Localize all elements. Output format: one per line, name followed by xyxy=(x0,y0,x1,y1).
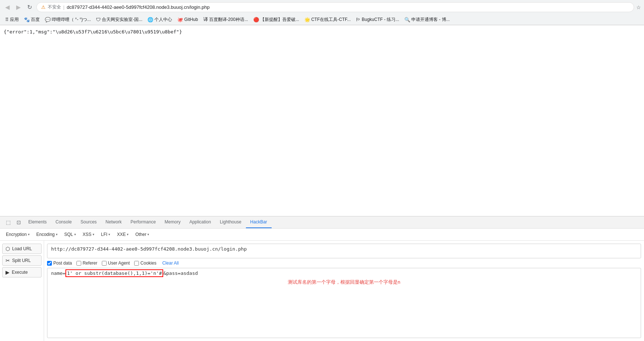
bookmark-personal[interactable]: 🌐 个人中心 xyxy=(145,15,174,24)
url-input[interactable]: http://dc879727-d344-4402-aee0-5d997fcf4… xyxy=(47,244,641,258)
post-data-checkbox-group[interactable]: Post data xyxy=(47,261,72,266)
user-agent-label: User Agent xyxy=(108,261,130,266)
options-row: Post data Referer User Agent Cookies Cle… xyxy=(47,261,641,266)
lfi-dropdown[interactable]: LFI ▾ xyxy=(98,230,113,238)
tab-elements[interactable]: Elements xyxy=(24,216,51,228)
clear-all-link[interactable]: Clear All xyxy=(162,261,179,266)
hackbar-toolbar: Encryption ▾ Encoding ▾ SQL ▾ XSS ▾ LFI … xyxy=(0,229,644,241)
post-data-comment: 测试库名的第一个字母，根据回显确定第一个字母是n xyxy=(51,279,637,286)
encoding-arrow-icon: ▾ xyxy=(56,233,58,236)
back-button[interactable]: ◀ xyxy=(3,2,12,12)
xxe-dropdown[interactable]: XXE ▾ xyxy=(114,230,132,238)
bookmark-baidu[interactable]: 🐾 百度 xyxy=(22,15,42,24)
bookmark-apps[interactable]: ⠿ 应用 xyxy=(3,15,21,24)
xxe-arrow-icon: ▾ xyxy=(127,233,129,236)
execute-button[interactable]: ▶ Execute xyxy=(2,267,42,277)
other-dropdown[interactable]: Other ▾ xyxy=(132,230,152,238)
page-content: {"error":1,"msg":"\u8d26\u53f7\u6216\u5b… xyxy=(0,25,644,216)
bookmark-github[interactable]: 🐙 GitHub xyxy=(175,16,200,24)
hackbar-main: http://dc879727-d344-4402-aee0-5d997fcf4… xyxy=(44,241,644,341)
hackbar-body: ⬡ Load URL ✂ Split URL ▶ Execute http://… xyxy=(0,241,644,341)
other-arrow-icon: ▾ xyxy=(147,233,149,236)
bookmark-hetian[interactable]: 🛡 合天网安实验室-国... xyxy=(94,15,144,24)
sql-arrow-icon: ▾ xyxy=(74,233,76,236)
encryption-arrow-icon: ▾ xyxy=(28,233,30,236)
user-agent-checkbox-group[interactable]: User Agent xyxy=(102,261,130,266)
execute-icon: ▶ xyxy=(6,269,10,275)
bookmark-bilibili[interactable]: 💬 哔哩哔哩（ °- °)つ... xyxy=(43,15,93,24)
post-data-checkbox[interactable] xyxy=(47,261,52,266)
post-data-highlighted: 1' or substr(database(),1,1)='n'# xyxy=(65,269,163,277)
devtools-panel: ⬚ ⊡ Elements Console Sources Network Per… xyxy=(0,216,644,341)
tab-console[interactable]: Console xyxy=(51,216,76,228)
post-data-area[interactable]: name=1' or substr(database(),1,1)='n'#&p… xyxy=(47,268,641,338)
reload-button[interactable]: ↻ xyxy=(25,2,34,12)
tab-sources[interactable]: Sources xyxy=(76,216,101,228)
nav-bar: ◀ ▶ ↻ ⚠ 不安全 | ☆ xyxy=(0,0,644,14)
warning-icon: ⚠ xyxy=(41,4,46,10)
referer-checkbox-group[interactable]: Referer xyxy=(76,261,97,266)
referer-label: Referer xyxy=(83,261,97,266)
cookies-checkbox-group[interactable]: Cookies xyxy=(134,261,156,266)
devtools-icon-cursor[interactable]: ⬚ xyxy=(3,217,14,227)
bookmark-bugku[interactable]: 🏳 BugkuCTF - 练习... xyxy=(354,15,401,24)
devtools-icon-inspect[interactable]: ⊡ xyxy=(14,217,24,227)
cookies-label: Cookies xyxy=(140,261,156,266)
tab-application[interactable]: Application xyxy=(185,216,215,228)
devtools-tab-bar: ⬚ ⊡ Elements Console Sources Network Per… xyxy=(0,216,644,229)
load-url-icon: ⬡ xyxy=(6,246,10,252)
tab-memory[interactable]: Memory xyxy=(160,216,185,228)
split-url-button[interactable]: ✂ Split URL xyxy=(2,255,42,266)
user-agent-checkbox[interactable] xyxy=(102,261,107,266)
post-data-label: Post data xyxy=(53,261,72,266)
xss-dropdown[interactable]: XSS ▾ xyxy=(80,230,97,238)
sql-dropdown[interactable]: SQL ▾ xyxy=(61,230,79,238)
address-input[interactable] xyxy=(67,4,629,10)
tab-network[interactable]: Network xyxy=(101,216,126,228)
bookmark-52pojie[interactable]: 🔴 【新提醒】吾爱破... xyxy=(251,15,301,24)
separator: | xyxy=(63,4,64,10)
forward-button[interactable]: ▶ xyxy=(14,2,23,12)
referer-checkbox[interactable] xyxy=(76,261,81,266)
bookmarks-bar: ⠿ 应用 🐾 百度 💬 哔哩哔哩（ °- °)つ... 🛡 合天网安实验室-国.… xyxy=(0,14,644,25)
star-button[interactable]: ☆ xyxy=(636,4,641,10)
xss-arrow-icon: ▾ xyxy=(93,233,94,236)
hackbar-sidebar: ⬡ Load URL ✂ Split URL ▶ Execute xyxy=(0,241,44,341)
bookmark-ctf-tools[interactable]: 🌟 CTF在线工具-CTF... xyxy=(302,15,353,24)
encryption-dropdown[interactable]: Encryption ▾ xyxy=(3,230,33,238)
bookmark-translate[interactable]: 译 百度翻译-200种语... xyxy=(201,15,250,24)
insecure-label: 不安全 xyxy=(48,4,61,10)
tab-lighthouse[interactable]: Lighthouse xyxy=(215,216,246,228)
browser-chrome: ◀ ▶ ↻ ⚠ 不安全 | ☆ ⠿ 应用 🐾 百度 💬 哔哩哔哩（ °- °)つ… xyxy=(0,0,644,25)
encoding-dropdown[interactable]: Encoding ▾ xyxy=(33,230,61,238)
post-data-after: &pass=asdasd xyxy=(163,270,198,276)
cookies-checkbox[interactable] xyxy=(134,261,139,266)
post-data-before: name= xyxy=(51,270,65,276)
tab-performance[interactable]: Performance xyxy=(126,216,160,228)
address-bar-container[interactable]: ⚠ 不安全 | xyxy=(36,2,634,12)
lfi-arrow-icon: ▾ xyxy=(108,233,110,236)
tab-hackbar[interactable]: HackBar xyxy=(246,216,272,228)
load-url-button[interactable]: ⬡ Load URL xyxy=(2,244,42,254)
page-text: {"error":1,"msg":"\u8d26\u53f7\u6216\u5b… xyxy=(4,29,182,35)
bookmark-blog[interactable]: 🔍 申请开通博客 - 博... xyxy=(402,15,452,24)
split-url-icon: ✂ xyxy=(6,258,10,263)
